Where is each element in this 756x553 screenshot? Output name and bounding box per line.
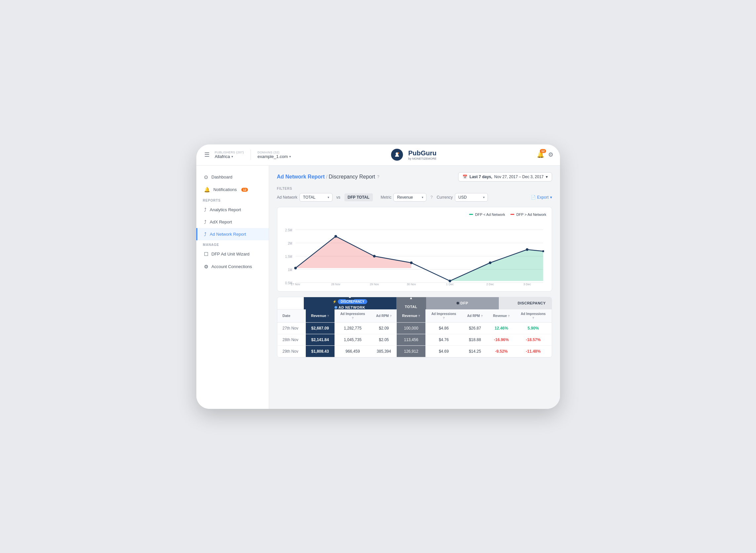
currency-select[interactable]: USD [455, 193, 488, 202]
publisher-value: Allafrica [215, 154, 230, 159]
metric-help-icon[interactable]: ? [430, 195, 433, 200]
svg-text:2 Dec: 2 Dec [486, 282, 494, 286]
sidebar-item-adx[interactable]: ⤴ AdX Report [196, 216, 269, 228]
date-cell: 28th Nov [277, 334, 306, 345]
legend-green-line [469, 214, 473, 215]
legend-green-label: DFP < Ad Network [475, 213, 505, 217]
dfp-impressions-header: Ad Impressions ? [426, 309, 462, 323]
bell-sidebar-icon: 🔔 [204, 187, 210, 193]
dfp-revenue-cell: $4.69 [426, 345, 462, 357]
svg-text:2M: 2M [288, 241, 292, 245]
notification-badge: 12 [540, 149, 546, 153]
dfp-revenue-cell: $4.76 [426, 334, 462, 345]
chart-svg: 0.5M 1M 1.5M 2M 2.5M [283, 220, 546, 286]
date-range-label: Last 7 days, [469, 174, 492, 179]
legend-red-label: DFP > Ad Network [516, 213, 546, 217]
ad-network-group-label: AD NETWORK [338, 305, 365, 309]
help-icon[interactable]: ? [377, 174, 379, 179]
total-group-header: ▲ TOTAL [396, 297, 426, 309]
calendar-icon: 📅 [462, 174, 467, 179]
dfp-icon: ☐ [204, 251, 208, 257]
sidebar-item-dashboard[interactable]: ⊙ Dashboard [196, 171, 269, 183]
ad-network-group-header: ▲ ⚡ DISCREPANCY AD NETWORK [304, 297, 396, 309]
an-rpm-header: Ad RPM ? [371, 309, 397, 323]
vs-text: vs [336, 195, 341, 200]
an-revenue-cell: $2,141.84 [306, 334, 334, 345]
sidebar-item-label: Ad Network Report [210, 232, 246, 237]
manage-section-label: MANAGE [196, 240, 269, 248]
svg-point-18 [488, 261, 491, 264]
disc-impressions-cell: -11.48% [515, 345, 552, 357]
disc-impressions-cell: -18.57% [515, 334, 552, 345]
total-revenue-header: Revenue ? [397, 309, 426, 323]
content-area: Ad Network Report / Discrepancy Report ?… [269, 166, 560, 409]
dfp-total-badge: DFP TOTAL [345, 193, 373, 201]
notifications-button[interactable]: 🔔 12 [537, 151, 544, 158]
dfp-rpm-cell: $18.88 [462, 334, 488, 345]
disc-impressions-cell: 5.90% [515, 322, 552, 334]
dfp-rpm-header: Ad RPM ? [462, 309, 488, 323]
hamburger-menu[interactable]: ☰ [203, 150, 211, 160]
logo-icon [391, 149, 403, 161]
ad-network-filter: Ad Network TOTAL [277, 193, 332, 202]
svg-text:1.5M: 1.5M [285, 254, 292, 258]
export-label: Export [537, 195, 549, 200]
table-card: ▲ ⚡ DISCREPANCY AD NETWORK [277, 297, 552, 358]
adnetwork-icon: ⤴ [204, 231, 207, 237]
date-range-button[interactable]: 📅 Last 7 days, Nov 27, 2017 – Dec 3, 201… [458, 172, 552, 181]
sidebar-item-label: Notifications [214, 187, 237, 192]
dfp-rpm-cell: $14.25 [462, 345, 488, 357]
an-impressions-header: Ad Impressions ? [334, 309, 371, 323]
sidebar-item-analytics[interactable]: ⤴ Analytics Report [196, 204, 269, 216]
table-row: 29th Nov $1,808.43 966,459 385,394 126,9… [277, 345, 552, 357]
adx-icon: ⤴ [204, 219, 207, 225]
an-impressions-cell: 966,459 [334, 345, 371, 357]
domain-selector[interactable]: DOMAINS (32) example_1.com ▾ [257, 151, 291, 159]
table-group-headers: ▲ ⚡ DISCREPANCY AD NETWORK [277, 297, 552, 309]
disc-revenue-header: Revenue ? [488, 309, 515, 323]
an-revenue-cell: $2,687.09 [306, 322, 334, 334]
discrepancy-group-header: DISCREPANCY [499, 297, 552, 309]
svg-text:27 Nov: 27 Nov [291, 282, 300, 286]
dfp-revenue-cell: $4.86 [426, 322, 462, 334]
sidebar-item-adnetwork[interactable]: ⤴ Ad Network Report [196, 228, 269, 240]
sidebar: ⊙ Dashboard 🔔 Notifications 12 REPORTS ⤴… [196, 166, 269, 409]
sidebar-item-connections[interactable]: ⚙ Account Connections [196, 260, 269, 273]
svg-point-13 [294, 267, 297, 269]
sidebar-item-label: Account Connections [212, 264, 252, 269]
discrepancy-tag: DISCREPANCY [338, 299, 367, 304]
legend-green: DFP < Ad Network [469, 213, 505, 217]
svg-text:2.5M: 2.5M [285, 228, 292, 232]
sidebar-item-label: Analytics Report [210, 207, 241, 212]
settings-button[interactable]: ⚙ [548, 151, 553, 158]
table-body: 27th Nov $2,687.09 1,282,775 $2.09 100,0… [277, 322, 552, 357]
legend-red: DFP > Ad Network [510, 213, 546, 217]
sidebar-notif-badge: 12 [241, 188, 248, 192]
an-impressions-cell: 1,045,735 [334, 334, 371, 345]
metric-select[interactable]: Revenue [393, 193, 427, 202]
ad-network-select[interactable]: TOTAL [300, 193, 332, 202]
sidebar-item-notifications[interactable]: 🔔 Notifications 12 [196, 183, 269, 196]
filters-bar: Ad Network TOTAL vs DFP TOTAL Metric [277, 193, 552, 202]
publisher-selector[interactable]: PUBLISHERS (207) Allafrica ▾ [215, 151, 244, 159]
logo-text: PubGuru [408, 149, 437, 157]
filters-label: FILTERS [277, 187, 552, 190]
analytics-icon: ⤴ [204, 207, 207, 213]
svg-point-19 [526, 248, 528, 251]
disc-revenue-cell: -16.96% [488, 334, 515, 345]
sidebar-item-label: DFP Ad Unit Wizard [212, 251, 249, 256]
table-header-row: Date Revenue ? Ad Impressions ? [277, 309, 552, 323]
reports-section-label: REPORTS [196, 196, 269, 204]
svg-point-15 [373, 255, 376, 257]
dfp-group-label: DFP [460, 301, 468, 305]
breadcrumb-link[interactable]: Ad Network Report [277, 174, 325, 180]
sidebar-item-dfp[interactable]: ☐ DFP Ad Unit Wizard [196, 248, 269, 260]
an-rpm-cell: $2.09 [371, 322, 397, 334]
export-arrow-icon: ▾ [550, 195, 552, 200]
svg-point-14 [334, 235, 337, 238]
disc-revenue-cell: 12.46% [488, 322, 515, 334]
export-button[interactable]: 📄 Export ▾ [531, 195, 552, 200]
sidebar-item-label: AdX Report [210, 220, 232, 224]
an-revenue-cell: $1,808.43 [306, 345, 334, 357]
svg-text:1 Dec: 1 Dec [446, 282, 454, 286]
